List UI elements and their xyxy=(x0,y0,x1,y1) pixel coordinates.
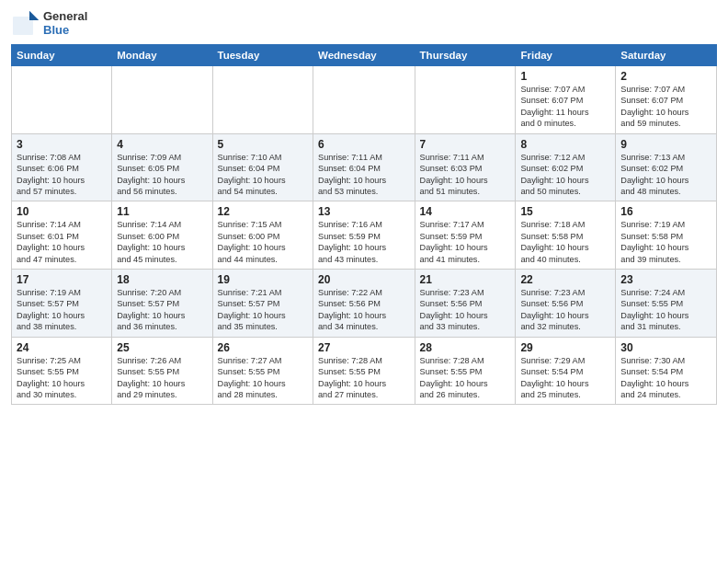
day-cell: 12Sunrise: 7:15 AM Sunset: 6:00 PM Dayli… xyxy=(212,201,313,270)
day-info: Sunrise: 7:20 AM Sunset: 5:57 PM Dayligh… xyxy=(117,287,207,333)
day-cell: 14Sunrise: 7:17 AM Sunset: 5:59 PM Dayli… xyxy=(415,201,516,270)
day-info: Sunrise: 7:27 AM Sunset: 5:55 PM Dayligh… xyxy=(218,355,308,401)
day-number: 16 xyxy=(620,205,711,218)
day-info: Sunrise: 7:13 AM Sunset: 6:02 PM Dayligh… xyxy=(620,152,711,198)
day-info: Sunrise: 7:24 AM Sunset: 5:55 PM Dayligh… xyxy=(620,287,711,333)
day-number: 1 xyxy=(520,70,610,83)
day-info: Sunrise: 7:17 AM Sunset: 5:59 PM Dayligh… xyxy=(420,219,511,265)
week-row-5: 24Sunrise: 7:25 AM Sunset: 5:55 PM Dayli… xyxy=(12,337,717,405)
day-info: Sunrise: 7:19 AM Sunset: 5:57 PM Dayligh… xyxy=(17,287,107,333)
day-info: Sunrise: 7:07 AM Sunset: 6:07 PM Dayligh… xyxy=(520,84,610,130)
logo-svg xyxy=(11,9,40,39)
day-cell: 1Sunrise: 7:07 AM Sunset: 6:07 PM Daylig… xyxy=(516,66,616,134)
day-cell xyxy=(313,66,415,134)
day-cell: 29Sunrise: 7:29 AM Sunset: 5:54 PM Dayli… xyxy=(516,337,616,405)
day-cell xyxy=(415,66,516,134)
day-cell: 4Sunrise: 7:09 AM Sunset: 6:05 PM Daylig… xyxy=(112,133,212,201)
day-info: Sunrise: 7:11 AM Sunset: 6:04 PM Dayligh… xyxy=(318,152,410,198)
day-number: 7 xyxy=(420,138,511,151)
day-number: 17 xyxy=(17,273,107,286)
day-number: 13 xyxy=(318,205,410,218)
day-info: Sunrise: 7:23 AM Sunset: 5:56 PM Dayligh… xyxy=(420,287,511,333)
day-info: Sunrise: 7:23 AM Sunset: 5:56 PM Dayligh… xyxy=(520,287,610,333)
day-number: 11 xyxy=(117,205,207,218)
weekday-header-sunday: Sunday xyxy=(12,45,112,66)
day-number: 20 xyxy=(318,273,410,286)
day-number: 5 xyxy=(218,138,308,151)
day-info: Sunrise: 7:19 AM Sunset: 5:58 PM Dayligh… xyxy=(620,219,711,265)
svg-marker-2 xyxy=(29,11,39,20)
day-cell: 8Sunrise: 7:12 AM Sunset: 6:02 PM Daylig… xyxy=(516,133,616,201)
day-info: Sunrise: 7:29 AM Sunset: 5:54 PM Dayligh… xyxy=(520,355,610,401)
day-number: 10 xyxy=(17,205,107,218)
day-info: Sunrise: 7:21 AM Sunset: 5:57 PM Dayligh… xyxy=(218,287,308,333)
day-number: 30 xyxy=(620,341,711,354)
day-cell xyxy=(12,66,112,134)
day-info: Sunrise: 7:15 AM Sunset: 6:00 PM Dayligh… xyxy=(218,219,308,265)
day-cell: 16Sunrise: 7:19 AM Sunset: 5:58 PM Dayli… xyxy=(616,201,717,270)
day-number: 21 xyxy=(420,273,511,286)
day-cell: 11Sunrise: 7:14 AM Sunset: 6:00 PM Dayli… xyxy=(112,201,212,270)
day-cell: 2Sunrise: 7:07 AM Sunset: 6:07 PM Daylig… xyxy=(616,66,717,134)
page: General Blue SundayMondayTuesdayWednesda… xyxy=(0,0,728,563)
day-info: Sunrise: 7:14 AM Sunset: 6:01 PM Dayligh… xyxy=(17,219,107,265)
day-number: 8 xyxy=(520,138,610,151)
day-number: 23 xyxy=(620,273,711,286)
day-number: 14 xyxy=(420,205,511,218)
day-number: 18 xyxy=(117,273,207,286)
day-number: 24 xyxy=(17,341,107,354)
day-cell: 30Sunrise: 7:30 AM Sunset: 5:54 PM Dayli… xyxy=(616,337,717,405)
day-info: Sunrise: 7:26 AM Sunset: 5:55 PM Dayligh… xyxy=(117,355,207,401)
day-cell xyxy=(212,66,313,134)
day-info: Sunrise: 7:28 AM Sunset: 5:55 PM Dayligh… xyxy=(318,355,410,401)
day-number: 25 xyxy=(117,341,207,354)
day-cell: 7Sunrise: 7:11 AM Sunset: 6:03 PM Daylig… xyxy=(415,133,516,201)
week-row-3: 10Sunrise: 7:14 AM Sunset: 6:01 PM Dayli… xyxy=(12,201,717,270)
weekday-header-monday: Monday xyxy=(112,45,212,66)
day-number: 22 xyxy=(520,273,610,286)
weekday-header-row: SundayMondayTuesdayWednesdayThursdayFrid… xyxy=(12,45,717,66)
day-cell: 5Sunrise: 7:10 AM Sunset: 6:04 PM Daylig… xyxy=(212,133,313,201)
week-row-1: 1Sunrise: 7:07 AM Sunset: 6:07 PM Daylig… xyxy=(12,66,717,134)
day-info: Sunrise: 7:12 AM Sunset: 6:02 PM Dayligh… xyxy=(520,152,610,198)
week-row-2: 3Sunrise: 7:08 AM Sunset: 6:06 PM Daylig… xyxy=(12,133,717,201)
day-number: 27 xyxy=(318,341,410,354)
day-cell: 3Sunrise: 7:08 AM Sunset: 6:06 PM Daylig… xyxy=(12,133,112,201)
day-number: 6 xyxy=(318,138,410,151)
day-cell: 28Sunrise: 7:28 AM Sunset: 5:55 PM Dayli… xyxy=(415,337,516,405)
logo: General Blue xyxy=(11,9,87,39)
weekday-header-friday: Friday xyxy=(516,45,616,66)
day-cell: 17Sunrise: 7:19 AM Sunset: 5:57 PM Dayli… xyxy=(12,270,112,338)
calendar-table: SundayMondayTuesdayWednesdayThursdayFrid… xyxy=(11,44,717,405)
day-info: Sunrise: 7:09 AM Sunset: 6:05 PM Dayligh… xyxy=(117,152,207,198)
day-number: 2 xyxy=(620,70,711,83)
day-cell: 18Sunrise: 7:20 AM Sunset: 5:57 PM Dayli… xyxy=(112,270,212,338)
day-number: 26 xyxy=(218,341,308,354)
day-cell: 9Sunrise: 7:13 AM Sunset: 6:02 PM Daylig… xyxy=(616,133,717,201)
day-number: 29 xyxy=(520,341,610,354)
day-info: Sunrise: 7:08 AM Sunset: 6:06 PM Dayligh… xyxy=(17,152,107,198)
day-cell: 23Sunrise: 7:24 AM Sunset: 5:55 PM Dayli… xyxy=(616,270,717,338)
day-number: 3 xyxy=(17,138,107,151)
day-info: Sunrise: 7:16 AM Sunset: 5:59 PM Dayligh… xyxy=(318,219,410,265)
weekday-header-wednesday: Wednesday xyxy=(313,45,415,66)
logo-general: General xyxy=(43,10,87,24)
logo-blue: Blue xyxy=(43,24,87,38)
week-row-4: 17Sunrise: 7:19 AM Sunset: 5:57 PM Dayli… xyxy=(12,270,717,338)
day-cell: 10Sunrise: 7:14 AM Sunset: 6:01 PM Dayli… xyxy=(12,201,112,270)
weekday-header-saturday: Saturday xyxy=(616,45,717,66)
day-cell: 13Sunrise: 7:16 AM Sunset: 5:59 PM Dayli… xyxy=(313,201,415,270)
day-cell xyxy=(112,66,212,134)
day-info: Sunrise: 7:11 AM Sunset: 6:03 PM Dayligh… xyxy=(420,152,511,198)
header: General Blue xyxy=(11,9,717,39)
day-number: 9 xyxy=(620,138,711,151)
day-number: 12 xyxy=(218,205,308,218)
day-cell: 26Sunrise: 7:27 AM Sunset: 5:55 PM Dayli… xyxy=(212,337,313,405)
weekday-header-tuesday: Tuesday xyxy=(212,45,313,66)
day-cell: 6Sunrise: 7:11 AM Sunset: 6:04 PM Daylig… xyxy=(313,133,415,201)
day-cell: 20Sunrise: 7:22 AM Sunset: 5:56 PM Dayli… xyxy=(313,270,415,338)
day-cell: 27Sunrise: 7:28 AM Sunset: 5:55 PM Dayli… xyxy=(313,337,415,405)
day-info: Sunrise: 7:30 AM Sunset: 5:54 PM Dayligh… xyxy=(620,355,711,401)
logo-container: General Blue xyxy=(11,9,87,39)
day-info: Sunrise: 7:14 AM Sunset: 6:00 PM Dayligh… xyxy=(117,219,207,265)
